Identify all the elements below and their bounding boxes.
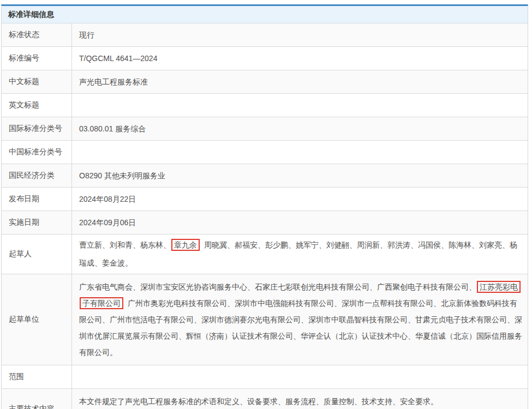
table-row-ccs: 中国标准分类号 [2,141,528,164]
row-label: 英文标题 [2,94,72,117]
table-row-drafters: 起草人 曹立新、刘和青、杨东林、章九余周晓冀、郝福安、彭少鹏、姚军宁、刘健翮、周… [2,234,528,274]
table-row-scope: 范围 [2,365,528,389]
row-label: 标准编号 [2,47,72,70]
row-label: 标准状态 [2,23,72,46]
row-label: 国际标准分类号 [2,117,72,140]
organizations-after: 广州市奥彩光电科技有限公司、深圳市中电强能科技有限公司、深圳市一点帮科技有限公司… [79,299,522,357]
row-value [72,99,528,111]
table-row-economy-class: 国民经济分类 O8290 其他未列明服务业 [2,164,528,188]
row-value: 03.080.01 服务综合 [72,117,528,140]
row-label: 发布日期 [2,188,72,210]
row-value: T/QGCML 4641—2024 [72,47,528,70]
row-value [72,146,528,158]
row-value: 现行 [72,23,528,46]
row-label: 中文标题 [2,70,72,93]
drafters-before: 曹立新、刘和青、杨东林、 [79,240,171,249]
table-row-ics: 国际标准分类号 03.080.01 服务综合 [2,117,528,141]
row-label: 范围 [2,365,72,388]
row-value [72,371,528,383]
table-row-number: 标准编号 T/QGCML 4641—2024 [2,47,528,70]
technical-paragraph: 本文件规定了声光电工程服务标准的术语和定义、设备要求、服务流程、质量控制、技术支… [79,396,522,407]
row-value: O8290 其他未列明服务业 [72,164,528,187]
organizations-before: 广东省电气商会、深圳市宝安区光协咨询服务中心、石家庄七彩联创光电科技有限公司、广… [79,282,476,291]
table-row-english-title: 英文标题 [2,94,528,117]
technical-value: 本文件规定了声光电工程服务标准的术语和定义、设备要求、服务流程、质量控制、技术支… [72,389,528,409]
table-row-chinese-title: 中文标题 声光电工程服务标准 [2,70,528,94]
table-row-organizations: 起草单位 广东省电气商会、深圳市宝安区光协咨询服务中心、石家庄七彩联创光电科技有… [2,274,528,365]
row-value: 声光电工程服务标准 [72,70,528,93]
row-label: 中国标准分类号 [2,141,72,164]
row-label: 主要技术内容 [2,389,72,409]
standard-detail-panel: 标准详细信息 标准状态 现行 标准编号 T/QGCML 4641—2024 中文… [1,4,528,409]
table-row-implement-date: 实施日期 2024年09月06日 [2,211,528,234]
row-label: 起草单位 [2,274,72,365]
row-label: 实施日期 [2,211,72,234]
row-value: 2024年09月06日 [72,211,528,234]
organizations-value: 广东省电气商会、深圳市宝安区光协咨询服务中心、石家庄七彩联创光电科技有限公司、广… [72,274,528,365]
row-label: 起草人 [2,234,72,274]
panel-title: 标准详细信息 [2,6,528,23]
table-row-status: 标准状态 现行 [2,23,528,47]
drafters-value: 曹立新、刘和青、杨东林、章九余周晓冀、郝福安、彭少鹏、姚军宁、刘健翮、周润新、郭… [72,234,528,274]
table-row-technical-content: 主要技术内容 本文件规定了声光电工程服务标准的术语和定义、设备要求、服务流程、质… [2,389,528,409]
highlight-box-drafter: 章九余 [171,239,200,251]
row-value: 2024年08月22日 [72,188,528,210]
table-row-publish-date: 发布日期 2024年08月22日 [2,188,528,211]
row-label: 国民经济分类 [2,164,72,187]
